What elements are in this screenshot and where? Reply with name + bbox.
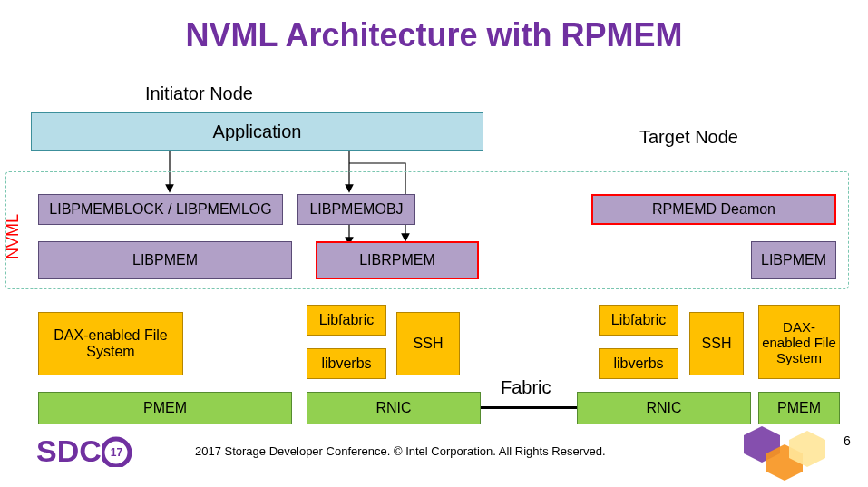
box-rnic-right: RNIC: [577, 392, 751, 424]
box-rpmemd: RPMEMD Deamon: [591, 194, 836, 225]
box-application: Application: [31, 112, 483, 151]
box-libfabric-right: Libfabric: [599, 305, 678, 336]
box-pmem-left: PMEM: [38, 392, 292, 424]
box-dax-right: DAX-enabled File System: [758, 305, 840, 379]
box-libpmemobj: LIBPMEMOBJ: [297, 194, 415, 225]
logo-badge: 17: [102, 434, 134, 467]
box-pmem-right: PMEM: [758, 392, 840, 424]
box-libpmemblock: LIBPMEMBLOCK / LIBPMEMLOG: [38, 194, 283, 225]
nvml-label: NVML: [4, 214, 23, 259]
box-ssh-right: SSH: [689, 312, 744, 375]
hex-decoration: [717, 426, 853, 487]
box-libverbs-left: libverbs: [307, 348, 386, 379]
box-ssh-left: SSH: [396, 312, 460, 375]
fabric-line: [481, 406, 577, 409]
footer-text: 2017 Storage Developer Conference. © Int…: [195, 444, 606, 458]
slide-title: NVML Architecture with RPMEM: [0, 16, 868, 54]
box-librpmem: LIBRPMEM: [316, 241, 479, 279]
box-libverbs-right: libverbs: [599, 348, 678, 379]
box-dax-left: DAX-enabled File System: [38, 312, 183, 375]
slide: NVML Architecture with RPMEM Initiator N…: [0, 0, 868, 487]
section-target: Target Node: [639, 127, 738, 148]
box-libpmem-right: LIBPMEM: [751, 241, 836, 279]
box-libfabric-left: Libfabric: [307, 305, 386, 336]
section-initiator: Initiator Node: [145, 83, 253, 104]
sdc-logo: SDC17: [36, 433, 134, 469]
box-rnic-left: RNIC: [307, 392, 481, 424]
box-libpmem-left: LIBPMEM: [38, 241, 292, 279]
fabric-label: Fabric: [501, 377, 551, 398]
logo-text: SDC: [36, 433, 102, 468]
